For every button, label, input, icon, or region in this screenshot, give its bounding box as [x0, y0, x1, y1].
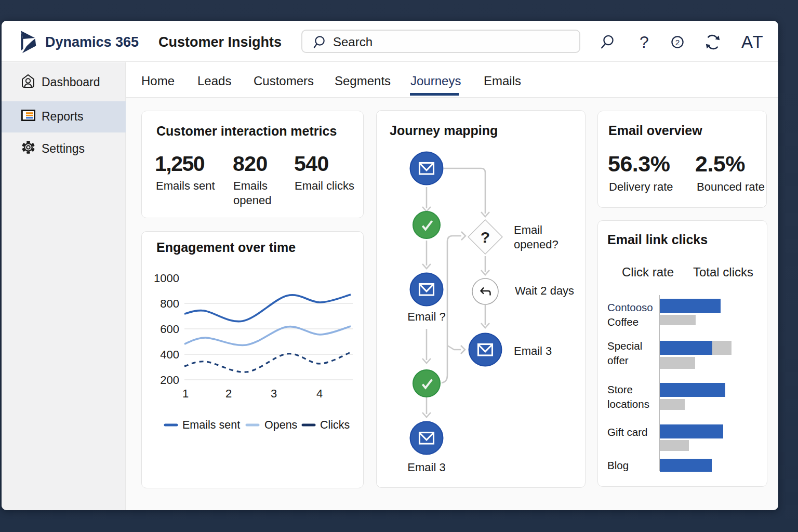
svg-text:600: 600 — [160, 323, 179, 336]
svg-text:Click rate: Click rate — [622, 265, 674, 279]
svg-text:1000: 1000 — [154, 272, 179, 285]
svg-text:Coffee: Coffee — [607, 316, 639, 328]
svg-text:Blog: Blog — [607, 459, 629, 471]
svg-text:2: 2 — [675, 38, 680, 47]
svg-text:Total clicks: Total clicks — [693, 265, 753, 279]
svg-text:Email 3: Email 3 — [407, 461, 445, 474]
svg-text:1: 1 — [182, 387, 189, 400]
svg-text:Store: Store — [607, 383, 633, 395]
svg-text:Email ?: Email ? — [407, 310, 445, 323]
svg-text:3: 3 — [271, 387, 277, 400]
svg-text:Contooso: Contooso — [607, 301, 653, 313]
svg-text:Wait 2 days: Wait 2 days — [515, 284, 574, 297]
svg-text:locations: locations — [607, 398, 649, 410]
svg-text:?: ? — [481, 229, 490, 246]
svg-text:4: 4 — [316, 387, 323, 400]
svg-text:Special: Special — [607, 340, 642, 352]
svg-text:400: 400 — [160, 348, 179, 361]
svg-text:Gift card: Gift card — [607, 426, 647, 438]
svg-text:Opens: Opens — [264, 419, 297, 431]
svg-text:Email: Email — [514, 223, 542, 236]
svg-text:opened?: opened? — [514, 238, 558, 251]
svg-text:2: 2 — [225, 387, 232, 400]
svg-text:offer: offer — [607, 354, 629, 366]
svg-text:Emails sent: Emails sent — [182, 419, 240, 431]
svg-text:200: 200 — [160, 374, 179, 387]
svg-text:800: 800 — [160, 297, 179, 310]
svg-text:Email 3: Email 3 — [514, 344, 552, 357]
svg-text:Clicks: Clicks — [320, 419, 350, 431]
